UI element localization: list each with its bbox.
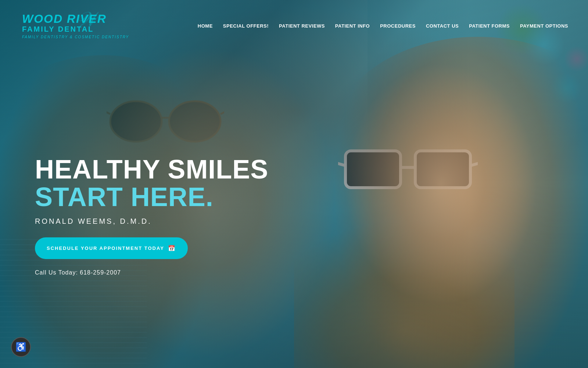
nav-link-special-offers[interactable]: SPECIAL OFFERS!	[218, 20, 274, 32]
nav-item-patient-reviews[interactable]: PATIENT REVIEWS	[274, 20, 330, 32]
logo: WOOD RIVER 𝒲 FAMILY DENTAL FAMILY DENTIS…	[22, 13, 129, 39]
schedule-appointment-button[interactable]: SCHEDULE YOUR APPOINTMENT TODAY 📅	[35, 237, 188, 259]
nav-item-contact-us[interactable]: CONTACT US	[421, 20, 464, 32]
nav-item-procedures[interactable]: PROCEDURES	[375, 20, 421, 32]
nav-link-patient-forms[interactable]: PATIENT FORMS	[464, 20, 515, 32]
phone-number: Call Us Today: 618-259-2007	[35, 269, 121, 276]
nav-link-patient-info[interactable]: PATIENT INFO	[330, 20, 375, 32]
nav-item-payment-options[interactable]: PAYMENT OPTIONS	[515, 20, 573, 32]
logo-decorative-w: 𝒲	[75, 9, 95, 29]
accessibility-icon: ♿	[15, 342, 26, 352]
nav-links: HOME SPECIAL OFFERS! PATIENT REVIEWS PAT…	[193, 20, 573, 32]
calendar-icon: 📅	[168, 245, 176, 252]
headline-white: HEALTHY SMILES	[35, 155, 268, 184]
headline-cyan: START HERE.	[35, 182, 214, 212]
logo-tagline: FAMILY DENTISTRY & COSMETIC DENTISTRY	[22, 35, 129, 39]
nav-item-home[interactable]: HOME	[193, 20, 218, 32]
nav-item-special-offers[interactable]: SPECIAL OFFERS!	[218, 20, 274, 32]
nav-link-payment-options[interactable]: PAYMENT OPTIONS	[515, 20, 573, 32]
hero-section: WOOD RIVER 𝒲 FAMILY DENTAL FAMILY DENTIS…	[0, 0, 588, 368]
nav-link-patient-reviews[interactable]: PATIENT REVIEWS	[274, 20, 330, 32]
accessibility-button[interactable]: ♿	[11, 337, 31, 357]
nav-item-patient-forms[interactable]: PATIENT FORMS	[464, 20, 515, 32]
cta-label: SCHEDULE YOUR APPOINTMENT TODAY	[47, 245, 164, 251]
navbar: WOOD RIVER 𝒲 FAMILY DENTAL FAMILY DENTIS…	[0, 0, 588, 52]
nav-link-contact-us[interactable]: CONTACT US	[421, 20, 464, 32]
nav-link-home[interactable]: HOME	[193, 20, 218, 32]
hero-subtitle: RONALD WEEMS, D.M.D.	[35, 217, 268, 226]
nav-item-patient-info[interactable]: PATIENT INFO	[330, 20, 375, 32]
nav-link-procedures[interactable]: PROCEDURES	[375, 20, 421, 32]
hero-headline: HEALTHY SMILES START HERE.	[35, 156, 268, 211]
hero-content: HEALTHY SMILES START HERE. RONALD WEEMS,…	[35, 156, 268, 276]
